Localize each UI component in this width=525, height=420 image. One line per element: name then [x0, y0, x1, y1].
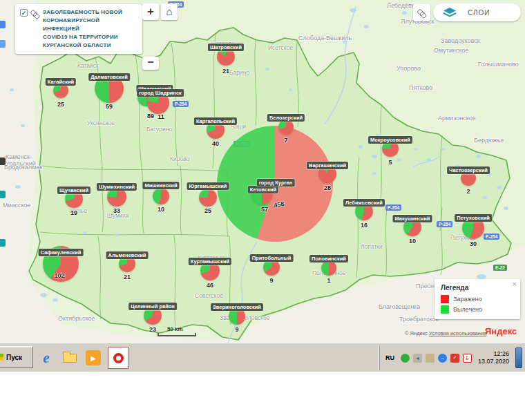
media-player-icon[interactable]: ▶	[84, 349, 102, 367]
volume-icon[interactable]: ◄	[413, 354, 422, 363]
lake	[115, 233, 119, 236]
district-pie[interactable]	[199, 189, 217, 207]
map[interactable]: Каменск-УральскийКатайскШатровоБариноИсе…	[0, 0, 525, 343]
town-label: Исетское	[268, 44, 293, 51]
town-label: Кирово	[170, 155, 189, 162]
lake	[21, 124, 25, 127]
map-title: ЗАБОЛЕВАЕМОСТЬ НОВОЙ КОРОНАВИРУСНОЙ ИНФЕ…	[43, 8, 137, 50]
start-button[interactable]: Пуск	[0, 346, 33, 368]
internet-explorer-icon[interactable]: e	[37, 349, 55, 367]
zoom-out-button[interactable]: −	[142, 57, 159, 70]
town-label: Заводоуковск	[441, 37, 480, 44]
network-status-icon[interactable]	[401, 354, 410, 363]
town-label: Троебратское	[399, 316, 439, 323]
district-label: Мишкинский	[142, 182, 179, 189]
district-value: 16	[361, 222, 368, 229]
district-label: Юргамышский	[187, 182, 229, 190]
road-badge: Р-254	[484, 233, 499, 240]
district-label: Кетовский	[248, 186, 278, 193]
town-label: Благовещенка	[379, 303, 420, 310]
district-value: 40	[212, 140, 219, 147]
scale-bar: 50 km	[158, 326, 196, 336]
scheduler-icon[interactable]	[426, 354, 435, 363]
language-indicator[interactable]: RU	[385, 354, 394, 361]
taskbar: Пуск e ▶ RU ◄ – ✓ Б 12:26 13.07.2020	[0, 343, 525, 372]
district-pie[interactable]	[153, 188, 169, 204]
layer-checkbox[interactable]: ✓	[20, 9, 28, 17]
lake	[83, 231, 87, 234]
antivirus-icon[interactable]: ✓	[450, 354, 459, 363]
district-value: 46	[207, 282, 213, 289]
legend-panel: × Легенда Заражено Вылечено	[435, 279, 520, 319]
town-label: Омутинское	[434, 47, 468, 54]
district-value: 21	[124, 274, 131, 280]
terms-link[interactable]: Условия использования	[429, 330, 486, 336]
legend-item-label: Вылечено	[453, 306, 482, 313]
district-value: 21	[222, 68, 229, 75]
title-line: ЗАБОЛЕВАЕМОСТЬ НОВОЙ	[43, 8, 137, 17]
scale-label: 50 km	[167, 326, 183, 332]
district-pie[interactable]	[278, 120, 294, 135]
district-label: Мокроусовский	[368, 136, 412, 144]
district-label: Притобольный	[250, 254, 294, 262]
home-button[interactable]: ⌂	[161, 3, 178, 20]
lake	[483, 196, 487, 199]
district-value: 25	[57, 101, 64, 108]
lake	[504, 207, 508, 210]
title-line: КОРОНАВИРУСНОЙ ИНФЕКЦИЕЙ	[43, 17, 137, 33]
district-label: Куртамышский	[189, 258, 231, 265]
lake	[372, 172, 376, 175]
windows-flag-icon	[0, 354, 3, 361]
district-label: Сафакулевский	[39, 249, 84, 256]
district-label: Целинный район	[128, 303, 177, 310]
system-tray: RU ◄ – ✓ Б 12:26 13.07.2020	[379, 345, 525, 370]
link-icon	[30, 8, 41, 20]
folder-icon	[63, 354, 77, 363]
town-label: Миасское	[3, 202, 31, 209]
lake	[359, 145, 363, 149]
district-pie[interactable]	[321, 260, 336, 276]
town-label: Лопатки	[361, 243, 383, 250]
opera-taskbar-button[interactable]	[108, 347, 128, 369]
legend-close-icon[interactable]: ×	[513, 280, 517, 288]
lake	[426, 158, 431, 162]
infected-swatch	[441, 295, 449, 303]
yandex-logo[interactable]: Яндекс	[485, 326, 517, 336]
district-value: 2	[466, 188, 470, 195]
file-explorer-icon[interactable]	[61, 349, 79, 367]
legend-item-label: Заражено	[453, 296, 481, 303]
town-label: Бердюжье	[474, 137, 504, 144]
town-label: Слобода-Бешкиль	[298, 35, 352, 41]
layers-icon	[443, 7, 457, 19]
district-label: Звериноголовский	[211, 303, 263, 311]
pdf-icon[interactable]: Б	[463, 354, 472, 363]
district-label: Каргапольский	[194, 117, 237, 125]
share-link-button[interactable]	[413, 4, 430, 21]
district-label: город Курган	[257, 179, 295, 187]
lake	[10, 88, 14, 91]
messenger-icon[interactable]: –	[438, 354, 447, 363]
town-label: Батурино	[146, 126, 172, 133]
zoom-in-button[interactable]: +	[142, 3, 159, 20]
district-label: Далматовский	[88, 73, 130, 81]
town-label: Бродокалмак	[4, 164, 43, 171]
lake	[441, 148, 446, 151]
district-value: 10	[409, 238, 416, 245]
district-value: 57	[261, 206, 268, 213]
district-label: Частоозерский	[447, 166, 490, 174]
scale-line	[158, 333, 196, 336]
district-value: 9	[269, 277, 273, 284]
district-label: город Шадринск	[137, 89, 184, 97]
town-label: Барино	[229, 69, 249, 76]
district-label: Варгашинский	[307, 162, 348, 169]
desktop: Каменск-УральскийКатайскШатровоБариноИсе…	[0, 0, 525, 420]
district-value: 30	[470, 240, 477, 247]
town-label: Голышманово	[478, 61, 519, 68]
layers-button[interactable]: СЛОИ	[433, 3, 521, 21]
town-label: Пятково	[409, 84, 432, 91]
lake	[289, 88, 292, 91]
recovered-swatch	[441, 305, 449, 314]
lake	[52, 298, 58, 302]
district-label: Шатровский	[208, 44, 244, 51]
show-desktop-button[interactable]	[515, 347, 522, 368]
